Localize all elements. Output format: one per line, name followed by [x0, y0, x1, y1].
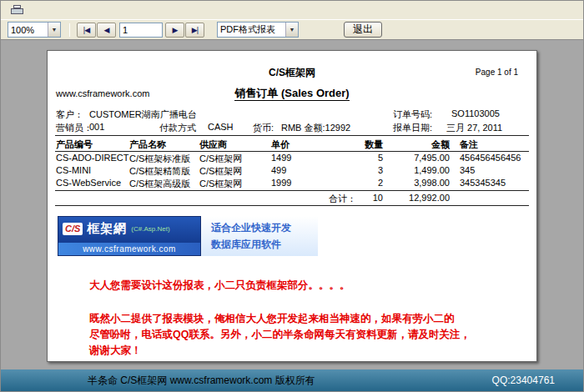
currency-label: 货币: — [253, 122, 274, 134]
col-header-amount: 金额 — [385, 138, 450, 151]
preview-area[interactable]: C/S框架网 Page 1 of 1 www.csframework.com 销… — [1, 39, 583, 369]
note-line: 谢谢大家！ — [89, 343, 536, 359]
logo-subtitle: (C#.Asp.Net) — [131, 225, 169, 233]
banner-slogans: 适合企业快速开发 数据库应用软件 — [201, 216, 318, 256]
cell-supplier: C/S框架网 — [199, 153, 242, 165]
cell-unit-price: 1999 — [271, 178, 291, 188]
next-page-button[interactable]: ▶ — [165, 23, 184, 38]
prev-page-button[interactable]: ◀ — [97, 23, 116, 38]
zoom-value: 100% — [8, 25, 48, 35]
cell-amount: 7,495.00 — [385, 153, 450, 163]
currency-value: RMB 金额:12992 — [281, 122, 350, 134]
cell-amount: 1,499.00 — [385, 165, 450, 175]
cell-unit-price: 1499 — [271, 153, 291, 163]
cell-remark: 456456456456 — [460, 153, 521, 163]
table-row: CS-WebService C/S框架高级版 C/S框架网 1999 2 3,9… — [48, 177, 536, 189]
table-header-row: 产品编号 产品名称 供应商 单价 数量 金额 备注 — [48, 136, 536, 150]
report-title: 销售订单 (Sales Order) — [48, 86, 536, 101]
order-no-label: 订单号码: — [393, 108, 432, 121]
exit-button[interactable]: 退出 — [344, 22, 382, 38]
order-info-block: 客户： CUSTOMER湖南广播电台 订单号码: SO1103005 营销员： … — [48, 108, 536, 134]
cell-product-name: C/S框架精简版 — [129, 165, 190, 178]
col-header-quantity: 数量 — [330, 138, 383, 151]
report-format-select[interactable]: PDF格式报表 ▼ — [217, 22, 299, 38]
print-button[interactable] — [6, 3, 29, 18]
logo-website: www.csframework.com — [58, 243, 200, 255]
note-line: 大人您需要设计这份报表，小二只负责框架部分。。。。 — [89, 278, 536, 294]
cell-supplier: C/S框架网 — [199, 178, 242, 190]
cell-quantity: 2 — [330, 178, 383, 188]
designer-notes: 大人您需要设计这份报表，小二只负责框架部分。。。。 既然小二提供了报表模块，俺相… — [89, 278, 536, 359]
company-name: C/S框架网 — [48, 66, 536, 80]
cell-product-code: CS-WebService — [56, 178, 121, 188]
table-row: CS-MINI C/S框架精简版 C/S框架网 499 3 1,499.00 3… — [48, 164, 536, 177]
note-line: 既然小二提供了报表模块，俺相信大人您开发起来相当神速的，如果有劳小二的 — [89, 311, 536, 327]
report-format-value: PDF格式报表 — [218, 23, 285, 36]
col-header-supplier: 供应商 — [199, 138, 227, 151]
order-no-value: SO1103005 — [451, 108, 500, 118]
salesman-value: 001 — [89, 122, 104, 132]
cell-quantity: 5 — [330, 153, 383, 163]
col-header-remark: 备注 — [460, 138, 478, 151]
cell-product-name: C/S框架标准版 — [129, 153, 190, 165]
order-date-value: 三月 27, 2011 — [446, 122, 502, 134]
cs-logo-badge: C/S — [63, 223, 83, 235]
total-amount: 12,992.00 — [385, 193, 450, 203]
last-page-button[interactable]: ▶| — [185, 23, 204, 38]
dropdown-arrow-icon[interactable]: ▼ — [48, 23, 60, 37]
col-header-product-name: 产品名称 — [129, 138, 166, 151]
copyright-text: 半条命 C/S框架网 www.csframework.com 版权所有 — [88, 374, 315, 388]
order-info-row-1: 客户： CUSTOMER湖南广播电台 订单号码: SO1103005 — [48, 108, 536, 121]
slogan-line-2: 数据库应用软件 — [211, 238, 318, 252]
toolbar-top — [1, 1, 583, 19]
status-bar: 半条命 C/S框架网 www.csframework.com 版权所有 QQ:2… — [1, 369, 583, 391]
cell-product-code: CS-MINI — [56, 165, 91, 175]
col-header-product-code: 产品编号 — [56, 138, 93, 151]
toolbar-main: 100% ▼ |◀ ◀ ▶ ▶| PDF格式报表 ▼ 退出 — [1, 19, 583, 39]
logo-name: 框架網 — [87, 221, 127, 237]
payment-value: CASH — [208, 122, 234, 132]
slogan-line-1: 适合企业快速开发 — [211, 221, 318, 235]
cell-product-name: C/S框架高级版 — [129, 178, 190, 190]
cell-quantity: 3 — [330, 165, 383, 175]
csframework-banner: C/S 框架網 (C#.Asp.Net) www.csframework.com… — [58, 216, 318, 256]
printer-icon — [11, 5, 24, 15]
report-header-row: C/S框架网 Page 1 of 1 — [48, 66, 536, 79]
zoom-select[interactable]: 100% ▼ — [8, 22, 61, 38]
qq-contact: QQ:23404761 — [492, 374, 555, 386]
col-header-unit-price: 单价 — [271, 138, 289, 151]
dropdown-arrow-icon[interactable]: ▼ — [285, 23, 298, 37]
report-page: C/S框架网 Page 1 of 1 www.csframework.com 销… — [47, 50, 537, 362]
page-indicator: Page 1 of 1 — [476, 68, 518, 77]
total-quantity: 10 — [330, 193, 383, 203]
table-total-row: 合计： 10 12,992.00 — [48, 191, 536, 204]
payment-label: 付款方式 — [159, 122, 196, 134]
toolbar-separator — [69, 23, 70, 37]
cell-remark: 345345345 — [460, 178, 506, 188]
report-preview-window: 100% ▼ |◀ ◀ ▶ ▶| PDF格式报表 ▼ 退出 C/S框架网 Pag… — [0, 0, 584, 392]
report-title-row: www.csframework.com 销售订单 (Sales Order) — [48, 86, 536, 101]
order-info-row-2: 营销员： 001 付款方式 CASH 货币: RMB 金额:12992 报单日期… — [48, 121, 536, 134]
first-page-button[interactable]: |◀ — [77, 23, 96, 38]
cell-amount: 3,998.00 — [385, 178, 450, 188]
cell-unit-price: 499 — [271, 165, 286, 175]
customer-label: 客户： — [56, 108, 83, 121]
table-row: CS-ADO-DIRECT C/S框架标准版 C/S框架网 1499 5 7,4… — [48, 152, 536, 164]
table-bottom-line — [55, 205, 529, 206]
cell-product-code: CS-ADO-DIRECT — [56, 153, 128, 163]
logo-row: C/S 框架網 (C#.Asp.Net) — [58, 217, 200, 237]
note-line: 尽管吩咐，电话或QQ联系。另外，小二的半条命网每天有资料更新，请及时关注， — [89, 327, 536, 343]
cell-supplier: C/S框架网 — [199, 165, 242, 178]
order-date-label: 报单日期: — [393, 122, 432, 134]
csframework-logo: C/S 框架網 (C#.Asp.Net) www.csframework.com — [58, 216, 201, 256]
salesman-label: 营销员： — [56, 122, 93, 134]
cell-remark: 345 — [460, 165, 475, 175]
customer-value: CUSTOMER湖南广播电台 — [89, 108, 197, 121]
page-number-input[interactable] — [119, 23, 163, 38]
